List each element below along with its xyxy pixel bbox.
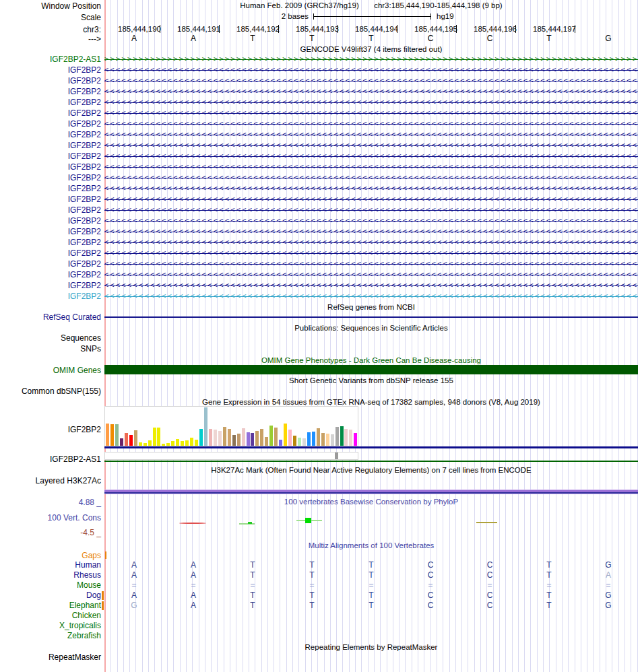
- gene-row[interactable]: <<<<<<<<<<<<<<<<<<<<<<<<<<<<<<<<<<<<<<<<…: [104, 86, 638, 97]
- alignment-base: T: [519, 601, 579, 610]
- refseq-gene-line[interactable]: [104, 316, 638, 318]
- alignment-base: G: [579, 560, 638, 570]
- gene-label[interactable]: IGF2BP2: [0, 119, 101, 129]
- gene-label[interactable]: IGF2BP2: [0, 205, 101, 215]
- gene-row[interactable]: >>>>>>>>>>>>>>>>>>>>>>>>>>>>>>>>>>>>>>>>…: [104, 54, 638, 65]
- gene-label[interactable]: IGF2BP2: [0, 152, 101, 161]
- species-label[interactable]: Dog: [0, 591, 101, 600]
- base-letter: A: [164, 34, 223, 43]
- gene-label[interactable]: IGF2BP2: [0, 248, 101, 258]
- gene-row[interactable]: <<<<<<<<<<<<<<<<<<<<<<<<<<<<<<<<<<<<<<<<…: [104, 129, 638, 140]
- gtex-igf2bp2-chart-box[interactable]: [104, 406, 358, 446]
- gene-row[interactable]: <<<<<<<<<<<<<<<<<<<<<<<<<<<<<<<<<<<<<<<<…: [104, 97, 638, 108]
- gene-label[interactable]: IGF2BP2: [0, 173, 101, 182]
- gtex-bar: [279, 440, 282, 446]
- gene-row[interactable]: <<<<<<<<<<<<<<<<<<<<<<<<<<<<<<<<<<<<<<<<…: [104, 151, 638, 162]
- gene-label[interactable]: IGF2BP2: [0, 141, 101, 150]
- gtex-bar: [312, 432, 315, 446]
- gene-label[interactable]: IGF2BP2: [0, 87, 101, 96]
- alignment-base: T: [342, 570, 401, 580]
- gene-label[interactable]: IGF2BP2: [0, 281, 101, 290]
- conservation-track-label[interactable]: 100 Vert. Cons: [0, 513, 101, 523]
- gene-row[interactable]: <<<<<<<<<<<<<<<<<<<<<<<<<<<<<<<<<<<<<<<<…: [104, 65, 638, 75]
- repeatmasker-track-title[interactable]: Repeating Elements by RepeatMasker: [104, 643, 638, 652]
- omim-genes-label[interactable]: OMIM Genes: [0, 366, 101, 375]
- snps-label[interactable]: SNPs: [0, 344, 101, 354]
- gene-row[interactable]: <<<<<<<<<<<<<<<<<<<<<<<<<<<<<<<<<<<<<<<<…: [104, 226, 638, 237]
- gene-row[interactable]: <<<<<<<<<<<<<<<<<<<<<<<<<<<<<<<<<<<<<<<<…: [104, 140, 638, 151]
- omim-track-title[interactable]: OMIM Gene Phenotypes - Dark Green Can Be…: [104, 356, 638, 365]
- gene-row[interactable]: <<<<<<<<<<<<<<<<<<<<<<<<<<<<<<<<<<<<<<<<…: [104, 259, 638, 269]
- species-label[interactable]: X_tropicalis: [0, 621, 101, 630]
- alignment-base: C: [460, 601, 519, 610]
- gene-label[interactable]: IGF2BP2: [0, 216, 101, 226]
- layered-h3k27ac-label[interactable]: Layered H3K27Ac: [0, 476, 101, 485]
- h3k27ac-track-title[interactable]: H3K27Ac Mark (Often Found Near Active Re…: [104, 466, 638, 475]
- gene-row[interactable]: <<<<<<<<<<<<<<<<<<<<<<<<<<<<<<<<<<<<<<<<…: [104, 194, 638, 205]
- species-gap-tick: [102, 591, 104, 600]
- gene-row[interactable]: <<<<<<<<<<<<<<<<<<<<<<<<<<<<<<<<<<<<<<<<…: [104, 119, 638, 129]
- conservation-max-label: 4.88 _: [0, 498, 101, 507]
- gene-row[interactable]: <<<<<<<<<<<<<<<<<<<<<<<<<<<<<<<<<<<<<<<<…: [104, 205, 638, 215]
- gene-row[interactable]: <<<<<<<<<<<<<<<<<<<<<<<<<<<<<<<<<<<<<<<<…: [104, 108, 638, 119]
- gencode-track-title[interactable]: GENCODE V49lift37 (4 items filtered out): [104, 45, 638, 54]
- gene-row[interactable]: <<<<<<<<<<<<<<<<<<<<<<<<<<<<<<<<<<<<<<<<…: [104, 291, 638, 302]
- gene-label[interactable]: IGF2BP2: [0, 76, 101, 86]
- ruler-tick: [278, 25, 279, 33]
- gene-row[interactable]: <<<<<<<<<<<<<<<<<<<<<<<<<<<<<<<<<<<<<<<<…: [104, 215, 638, 226]
- common-dbsnp-label[interactable]: Common dbSNP(155): [0, 387, 101, 396]
- gtex-bar: [242, 428, 245, 446]
- species-label[interactable]: Rhesus: [0, 570, 101, 580]
- species-label[interactable]: Human: [0, 560, 101, 570]
- gene-label[interactable]: IGF2BP2: [0, 98, 101, 107]
- gene-label[interactable]: IGF2BP2: [0, 108, 101, 118]
- gene-row[interactable]: <<<<<<<<<<<<<<<<<<<<<<<<<<<<<<<<<<<<<<<<…: [104, 172, 638, 183]
- conservation-track-title[interactable]: 100 vertebrates Basewise Conservation by…: [104, 498, 638, 506]
- gene-row[interactable]: <<<<<<<<<<<<<<<<<<<<<<<<<<<<<<<<<<<<<<<<…: [104, 183, 638, 194]
- gtex-bar: [106, 424, 109, 446]
- scale-label: Scale: [0, 13, 101, 22]
- direction-indicator: --->: [0, 34, 101, 44]
- gaps-label[interactable]: Gaps: [0, 551, 101, 560]
- h3k27ac-signal-bar[interactable]: [104, 490, 638, 494]
- conservation-mark: [476, 522, 497, 523]
- gene-label[interactable]: IGF2BP2: [0, 184, 101, 193]
- omim-gene-bar[interactable]: [104, 365, 638, 374]
- gene-label[interactable]: IGF2BP2-AS1: [0, 55, 101, 64]
- gene-label[interactable]: IGF2BP2: [0, 162, 101, 172]
- gene-row[interactable]: <<<<<<<<<<<<<<<<<<<<<<<<<<<<<<<<<<<<<<<<…: [104, 162, 638, 172]
- gene-label[interactable]: IGF2BP2: [0, 195, 101, 204]
- multiz-track-title[interactable]: Multiz Alignments of 100 Vertebrates: [104, 541, 638, 550]
- gtex-bar: [185, 440, 189, 446]
- species-label[interactable]: Zebrafish: [0, 631, 101, 640]
- refseq-curated-label[interactable]: RefSeq Curated: [0, 312, 101, 322]
- gene-row[interactable]: <<<<<<<<<<<<<<<<<<<<<<<<<<<<<<<<<<<<<<<<…: [104, 280, 638, 291]
- species-label[interactable]: Elephant: [0, 601, 101, 610]
- gene-row[interactable]: <<<<<<<<<<<<<<<<<<<<<<<<<<<<<<<<<<<<<<<<…: [104, 248, 638, 259]
- species-label[interactable]: Mouse: [0, 580, 101, 590]
- gene-row[interactable]: <<<<<<<<<<<<<<<<<<<<<<<<<<<<<<<<<<<<<<<<…: [104, 75, 638, 86]
- species-label[interactable]: Chicken: [0, 611, 101, 620]
- sequences-label[interactable]: Sequences: [0, 333, 101, 343]
- gene-row[interactable]: <<<<<<<<<<<<<<<<<<<<<<<<<<<<<<<<<<<<<<<<…: [104, 237, 638, 248]
- gene-label[interactable]: IGF2BP2: [0, 270, 101, 279]
- dbsnp-track-title[interactable]: Short Genetic Variants from dbSNP releas…: [104, 376, 638, 385]
- gene-label[interactable]: IGF2BP2: [0, 227, 101, 236]
- repeatmasker-label[interactable]: RepeatMasker: [0, 652, 101, 662]
- gtex-as1-label[interactable]: IGF2BP2-AS1: [0, 455, 101, 464]
- gene-row[interactable]: <<<<<<<<<<<<<<<<<<<<<<<<<<<<<<<<<<<<<<<<…: [104, 269, 638, 280]
- gene-label[interactable]: IGF2BP2: [0, 238, 101, 247]
- gene-label[interactable]: IGF2BP2: [0, 130, 101, 139]
- publications-track-title[interactable]: Publications: Sequences in Scientific Ar…: [104, 324, 638, 333]
- refseq-track-title[interactable]: RefSeq genes from NCBI: [104, 303, 638, 312]
- gtex-bar: [307, 432, 311, 446]
- gtex-igf2bp2-label[interactable]: IGF2BP2: [0, 425, 101, 434]
- alignment-base: =: [282, 580, 342, 590]
- gene-label[interactable]: IGF2BP2: [0, 259, 101, 269]
- gene-label[interactable]: IGF2BP2: [0, 65, 101, 75]
- gtex-as1-chart-box[interactable]: [104, 452, 358, 460]
- alignment-base: A: [164, 560, 223, 570]
- ruler-tick: [219, 25, 220, 33]
- gene-label[interactable]: IGF2BP2: [0, 292, 101, 301]
- gtex-bar: [176, 439, 179, 446]
